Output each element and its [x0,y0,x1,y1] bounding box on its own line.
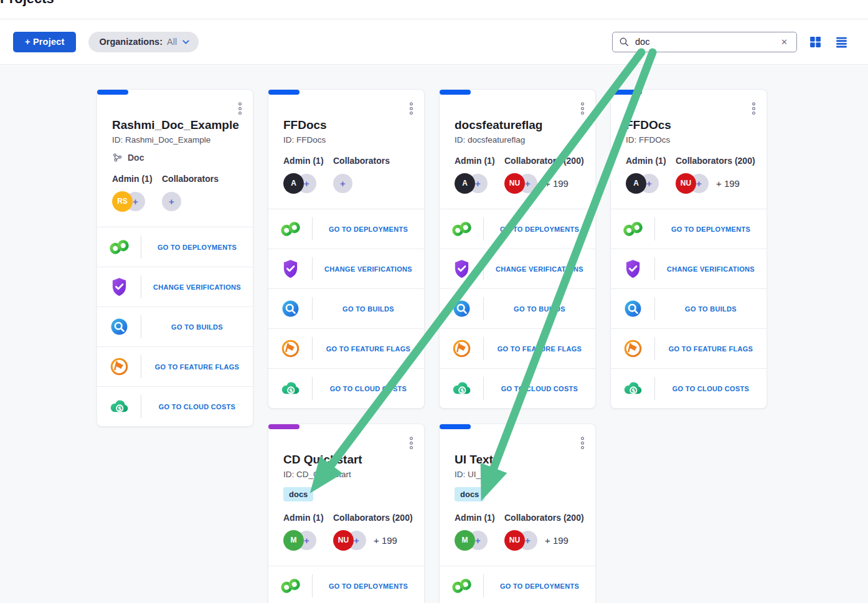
project-id: ID: CD_Quickstart [283,470,409,479]
go-to-builds-link[interactable]: GO TO BUILDS [440,288,595,328]
go-to-deployments-link[interactable]: GO TO DEPLOYMENTS [440,566,595,603]
kebab-menu-button[interactable] [748,99,759,118]
change-verifications-link[interactable]: CHANGE VERIFICATIONS [611,249,767,288]
action-label: GO TO CLOUD COSTS [655,385,767,392]
action-label: GO TO DEPLOYMENTS [141,244,253,251]
tags-icon [112,152,123,163]
go-to-cloud-costs-link[interactable]: GO TO CLOUD COSTS [611,368,767,408]
project-card[interactable]: UI Text ID: UI_Text docs Admin (1) M + C… [439,424,596,603]
page-title: Projects [0,0,54,6]
project-name: FFDOcs [626,118,752,132]
action-label: GO TO DEPLOYMENTS [484,226,595,233]
cd-icon [97,227,141,267]
list-view-button[interactable] [834,34,849,50]
ci-icon [611,289,655,328]
organizations-filter-label: Organizations: [99,37,163,47]
action-label: GO TO DEPLOYMENTS [313,582,424,590]
project-card[interactable]: FFDOcs ID: FFDOcs Admin (1) A + Collabor… [610,89,767,409]
project-card[interactable]: docsfeatureflag ID: docsfeatureflag Admi… [439,89,596,409]
organizations-filter[interactable]: Organizations: All [88,32,199,52]
project-color-bar [440,424,471,429]
collaborators-label: Collaborators (200) [504,513,584,523]
project-card[interactable]: FFDocs ID: FFDocs Admin (1) A + Collabor… [268,89,425,409]
admin-avatar: M [455,530,475,551]
admin-avatar: M [283,530,304,551]
grid-view-button[interactable] [808,34,823,50]
action-label: CHANGE VERIFICATIONS [655,265,767,273]
go-to-deployments-link[interactable]: GO TO DEPLOYMENTS [611,209,767,249]
go-to-cloud-costs-link[interactable]: GO TO CLOUD COSTS [440,368,595,408]
project-color-bar [611,90,642,95]
action-label: GO TO BUILDS [484,305,595,313]
change-verifications-link[interactable]: CHANGE VERIFICATIONS [268,249,424,288]
project-tag-chip: docs [455,487,484,501]
go-to-builds-link[interactable]: GO TO BUILDS [97,306,253,346]
collaborator-avatar: NU [676,173,696,194]
project-card[interactable]: Rashmi_Doc_Example ID: Rashmi_Doc_Exampl… [97,89,253,427]
add-collaborator-button[interactable]: + [162,192,181,211]
extra-collaborators-count: + 199 [716,178,740,189]
ff-icon [97,347,141,386]
action-label: GO TO DEPLOYMENTS [655,226,767,233]
project-color-bar [440,90,471,95]
kebab-menu-button[interactable] [406,99,417,118]
cd-icon [440,566,484,603]
kebab-menu-button[interactable] [406,434,417,453]
project-color-bar [268,424,300,429]
project-name: docsfeatureflag [455,118,580,132]
project-name: UI Text [455,453,580,467]
organizations-filter-value: All [167,37,177,47]
add-collaborator-button[interactable]: + [333,174,352,193]
action-label: GO TO CLOUD COSTS [313,385,424,392]
ff-icon [268,329,313,368]
project-card[interactable]: CD Quickstart ID: CD_Quickstart docs Adm… [268,424,425,603]
go-to-deployments-link[interactable]: GO TO DEPLOYMENTS [268,566,424,603]
kebab-menu-button[interactable] [577,434,588,453]
cd-icon [268,209,313,249]
ccm-icon [268,369,313,408]
action-label: GO TO CLOUD COSTS [141,403,253,411]
collaborators-label: Collaborators (200) [504,156,584,166]
verify-icon [97,267,141,306]
search-box: ✕ [612,32,797,52]
project-name: FFDocs [283,118,409,132]
change-verifications-link[interactable]: CHANGE VERIFICATIONS [97,267,253,306]
toolbar: + Project Organizations: All ✕ [0,19,868,65]
go-to-deployments-link[interactable]: GO TO DEPLOYMENTS [440,209,595,249]
action-list: GO TO DEPLOYMENTS [440,566,595,603]
action-label: GO TO BUILDS [655,305,767,313]
go-to-feature-flags-link[interactable]: GO TO FEATURE FLAGS [440,328,595,368]
action-list: GO TO DEPLOYMENTSCHANGE VERIFICATIONSGO … [268,209,424,408]
admin-label: Admin (1) [626,156,676,166]
new-project-button[interactable]: + Project [13,32,76,52]
ff-icon [611,329,655,368]
go-to-feature-flags-link[interactable]: GO TO FEATURE FLAGS [268,328,424,368]
ci-icon [97,307,141,346]
clear-search-button[interactable]: ✕ [778,36,790,48]
go-to-deployments-link[interactable]: GO TO DEPLOYMENTS [97,227,253,267]
kebab-icon [751,102,757,116]
action-label: CHANGE VERIFICATIONS [484,265,595,273]
project-tag-chip-row: docs [455,487,580,501]
collaborator-avatar: NU [504,173,525,194]
action-label: GO TO CLOUD COSTS [484,385,595,392]
go-to-builds-link[interactable]: GO TO BUILDS [611,288,767,328]
projects-page: Projects + Project Organizations: All ✕ [0,0,868,603]
action-list: GO TO DEPLOYMENTSCHANGE VERIFICATIONSGO … [611,209,767,408]
go-to-cloud-costs-link[interactable]: GO TO CLOUD COSTS [97,386,253,426]
project-tag-chip-row: docs [283,487,409,501]
change-verifications-link[interactable]: CHANGE VERIFICATIONS [440,249,595,288]
go-to-builds-link[interactable]: GO TO BUILDS [268,288,424,328]
go-to-feature-flags-link[interactable]: GO TO FEATURE FLAGS [611,328,767,368]
kebab-menu-button[interactable] [235,99,245,118]
go-to-cloud-costs-link[interactable]: GO TO CLOUD COSTS [268,368,424,408]
action-list: GO TO DEPLOYMENTSCHANGE VERIFICATIONSGO … [440,209,595,408]
kebab-menu-button[interactable] [577,99,588,118]
admin-avatar: A [455,173,475,194]
action-label: GO TO FEATURE FLAGS [313,345,424,353]
admin-label: Admin (1) [283,156,333,166]
go-to-feature-flags-link[interactable]: GO TO FEATURE FLAGS [97,346,253,386]
action-label: CHANGE VERIFICATIONS [313,265,424,273]
search-input[interactable] [634,36,773,47]
go-to-deployments-link[interactable]: GO TO DEPLOYMENTS [268,209,424,249]
